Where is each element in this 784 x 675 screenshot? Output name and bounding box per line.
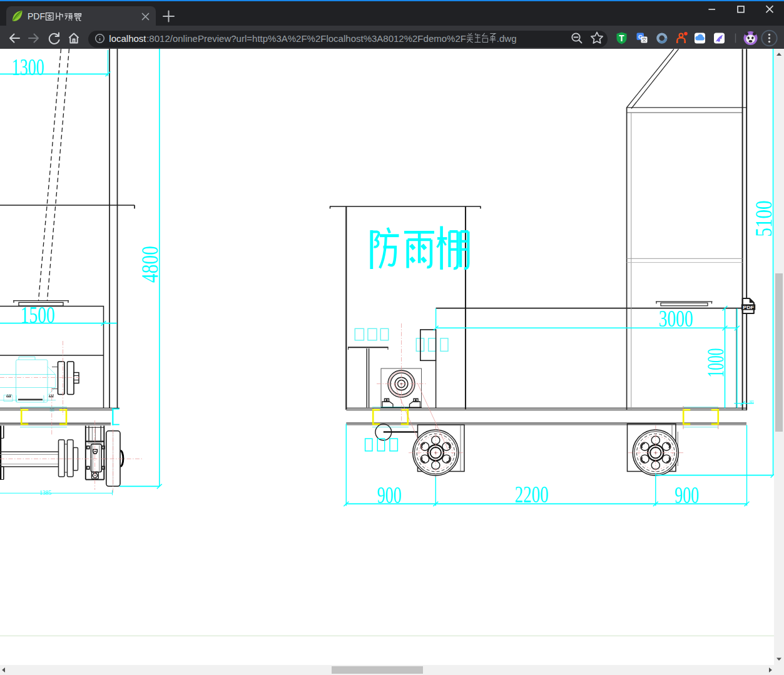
svg-text::8012/onlinePreview?url=http%3: :8012/onlinePreview?url=http%3A%2F%2Floc…	[146, 33, 466, 44]
svg-text:.dwg: .dwg	[497, 33, 517, 44]
svg-text:2200: 2200	[515, 481, 549, 507]
svg-text:PDF: PDF	[28, 11, 45, 21]
svg-text:305: 305	[749, 399, 754, 404]
svg-text:900: 900	[675, 482, 699, 508]
svg-text:1300: 1300	[12, 54, 44, 80]
svg-text:5100: 5100	[750, 201, 774, 237]
svg-text:1000: 1000	[702, 348, 728, 378]
svg-text:1500: 1500	[21, 302, 55, 328]
svg-text:3000: 3000	[659, 305, 693, 332]
svg-text:4800: 4800	[136, 246, 163, 283]
svg-text:localhost: localhost	[109, 33, 146, 44]
svg-text:PDF: PDF	[743, 305, 754, 310]
svg-text:900: 900	[377, 482, 402, 508]
svg-text:1385: 1385	[39, 489, 51, 496]
